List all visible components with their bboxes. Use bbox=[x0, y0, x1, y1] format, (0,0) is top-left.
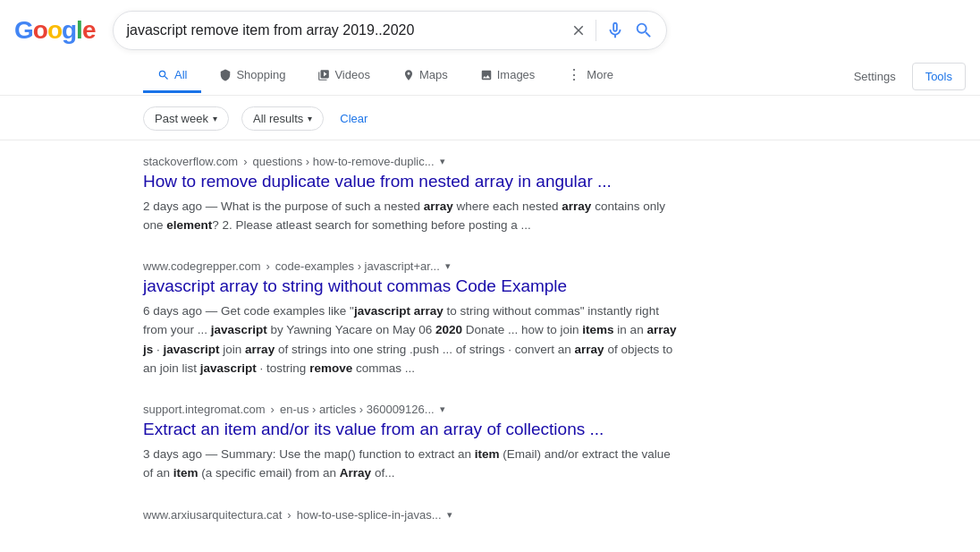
images-icon bbox=[480, 69, 493, 81]
result-domain: stackoverflow.com bbox=[143, 155, 238, 168]
logo-g: G bbox=[14, 16, 33, 45]
time-filter-chevron: ▾ bbox=[213, 114, 217, 123]
tab-videos-label: Videos bbox=[334, 68, 370, 81]
search-results: stackoverflow.com › questions › how-to-r… bbox=[0, 140, 680, 522]
results-filter-chevron: ▾ bbox=[308, 114, 312, 123]
result-url-dropdown[interactable]: ▾ bbox=[445, 260, 451, 272]
shopping-icon bbox=[219, 69, 232, 81]
result-url: www.arxiusarquitectura.cat › how-to-use-… bbox=[143, 508, 680, 522]
result-domain: support.integromat.com bbox=[143, 403, 266, 416]
result-domain: www.arxiusarquitectura.cat bbox=[143, 508, 282, 522]
breadcrumb-separator: › bbox=[271, 403, 275, 416]
result-url-dropdown[interactable]: ▾ bbox=[447, 509, 452, 521]
tab-videos[interactable]: Videos bbox=[303, 59, 384, 93]
logo-g2: g bbox=[62, 16, 76, 45]
more-dots-icon: ⋮ bbox=[567, 66, 582, 83]
tab-more-label: More bbox=[587, 68, 613, 81]
result-title[interactable]: Extract an item and/or its value from an… bbox=[143, 419, 680, 441]
result-domain: www.codegrepper.com bbox=[143, 259, 261, 273]
search-icons bbox=[570, 20, 654, 41]
clear-filters-button[interactable]: Clear bbox=[336, 107, 371, 130]
result-item: www.codegrepper.com › code-examples › ja… bbox=[143, 259, 680, 378]
results-filter-button[interactable]: All results ▾ bbox=[241, 106, 324, 131]
clear-button[interactable] bbox=[570, 22, 587, 38]
result-item: support.integromat.com › en-us › article… bbox=[143, 403, 680, 482]
result-breadcrumb: questions › how-to-remove-duplic... bbox=[253, 155, 435, 168]
result-item: www.arxiusarquitectura.cat › how-to-use-… bbox=[143, 508, 680, 522]
search-divider bbox=[596, 20, 596, 41]
time-filter-label: Past week bbox=[155, 112, 208, 125]
time-filter-button[interactable]: Past week ▾ bbox=[143, 106, 229, 131]
result-breadcrumb: code-examples › javascript+ar... bbox=[275, 259, 440, 273]
maps-icon bbox=[402, 69, 415, 81]
tab-all[interactable]: All bbox=[143, 59, 201, 93]
all-icon bbox=[157, 69, 170, 81]
search-bar bbox=[113, 11, 667, 50]
result-url: stackoverflow.com › questions › how-to-r… bbox=[143, 155, 680, 168]
header: Google bbox=[0, 0, 980, 50]
result-url-dropdown[interactable]: ▾ bbox=[440, 403, 445, 415]
result-title[interactable]: javascript array to string without comma… bbox=[143, 276, 680, 298]
voice-search-button[interactable] bbox=[605, 21, 625, 40]
breadcrumb-separator: › bbox=[243, 155, 247, 168]
search-input[interactable] bbox=[126, 22, 563, 38]
result-url: www.codegrepper.com › code-examples › ja… bbox=[143, 259, 680, 273]
logo-e: e bbox=[82, 16, 96, 45]
breadcrumb-separator: › bbox=[266, 259, 270, 273]
logo-o1: o bbox=[33, 16, 47, 45]
nav-settings: Settings Tools bbox=[845, 63, 980, 90]
tools-button[interactable]: Tools bbox=[912, 63, 966, 90]
result-snippet: 2 days ago — What is the purpose of such… bbox=[143, 197, 680, 235]
tab-maps[interactable]: Maps bbox=[388, 59, 462, 93]
tab-all-label: All bbox=[174, 68, 187, 81]
result-snippet: 6 days ago — Get code examples like "jav… bbox=[143, 301, 680, 378]
result-item: stackoverflow.com › questions › how-to-r… bbox=[143, 155, 680, 234]
result-breadcrumb: en-us › articles › 360009126... bbox=[280, 403, 435, 416]
breadcrumb-separator: › bbox=[287, 508, 291, 522]
nav-tabs: All Shopping Videos Maps Images ⋮ More S… bbox=[0, 50, 980, 96]
search-button[interactable] bbox=[634, 21, 654, 40]
tab-shopping-label: Shopping bbox=[236, 68, 285, 81]
logo-o2: o bbox=[47, 16, 62, 45]
tab-images-label: Images bbox=[497, 68, 536, 81]
settings-button[interactable]: Settings bbox=[845, 63, 905, 90]
result-breadcrumb: how-to-use-splice-in-javas... bbox=[297, 508, 442, 522]
search-bar-container bbox=[113, 11, 667, 50]
tab-maps-label: Maps bbox=[419, 68, 448, 81]
videos-icon bbox=[317, 69, 330, 81]
tab-images[interactable]: Images bbox=[466, 59, 550, 93]
filter-bar: Past week ▾ All results ▾ Clear bbox=[0, 96, 980, 140]
result-title[interactable]: How to remove duplicate value from neste… bbox=[143, 171, 680, 193]
result-url-dropdown[interactable]: ▾ bbox=[440, 156, 445, 167]
results-filter-label: All results bbox=[253, 112, 303, 125]
google-logo: Google bbox=[14, 16, 95, 45]
result-url: support.integromat.com › en-us › article… bbox=[143, 403, 680, 416]
tab-shopping[interactable]: Shopping bbox=[205, 59, 300, 93]
tab-more[interactable]: ⋮ More bbox=[553, 57, 628, 95]
logo-l: l bbox=[76, 16, 82, 45]
result-snippet: 3 days ago — Summary: Use the map() func… bbox=[143, 445, 680, 483]
